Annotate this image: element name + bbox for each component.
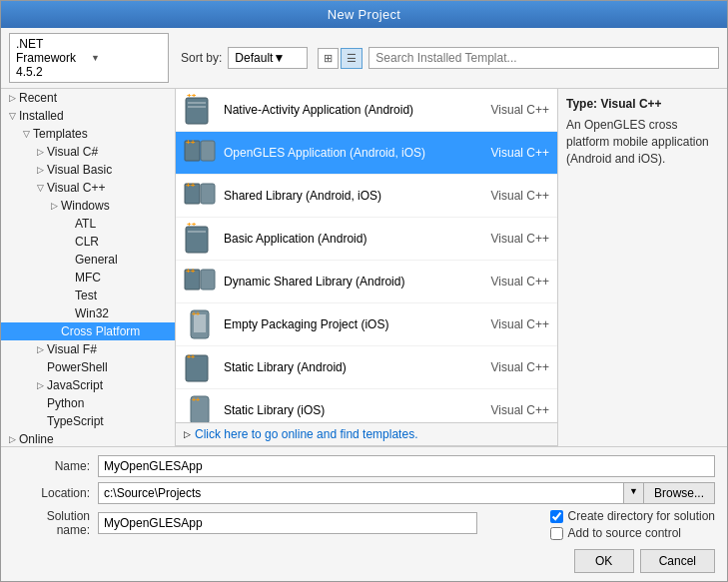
ok-button[interactable]: OK bbox=[574, 549, 634, 573]
add-source-checkbox[interactable] bbox=[550, 527, 563, 540]
tree-item-powershell[interactable]: PowerShell bbox=[1, 358, 175, 376]
framework-dropdown[interactable]: .NET Framework 4.5.2 ▼ bbox=[9, 33, 169, 83]
create-dir-row: Create directory for solution bbox=[550, 509, 715, 523]
tree-item-visual-csharp[interactable]: ▷ Visual C# bbox=[1, 143, 175, 161]
template-static-android[interactable]: ++ Static Library (Android) Visual C++ bbox=[176, 346, 557, 389]
tree-item-online[interactable]: ▷ Online bbox=[1, 430, 175, 446]
online-bar: ▷ Click here to go online and find templ… bbox=[176, 422, 557, 446]
tree-item-atl[interactable]: ATL bbox=[1, 215, 175, 233]
location-row: Location: ▼ Browse... bbox=[13, 482, 715, 504]
svg-rect-11 bbox=[188, 231, 206, 233]
basic-android-icon: ++ bbox=[184, 223, 216, 255]
new-project-dialog: New Project .NET Framework 4.5.2 ▼ Sort … bbox=[0, 0, 728, 582]
tree-item-typescript[interactable]: TypeScript bbox=[1, 412, 175, 430]
cancel-button[interactable]: Cancel bbox=[640, 549, 715, 573]
solution-name-input[interactable] bbox=[98, 512, 477, 534]
location-dropdown-arrow-icon[interactable]: ▼ bbox=[623, 482, 643, 504]
tree-item-mfc[interactable]: MFC bbox=[1, 269, 175, 287]
sort-dropdown[interactable]: Default ▼ bbox=[228, 47, 308, 69]
svg-rect-1 bbox=[188, 102, 206, 104]
online-templates-link[interactable]: Click here to go online and find templat… bbox=[195, 427, 417, 441]
svg-text:++: ++ bbox=[192, 396, 200, 403]
svg-text:++: ++ bbox=[186, 267, 196, 276]
templates-expander-icon: ▽ bbox=[19, 129, 33, 139]
create-dir-checkbox[interactable] bbox=[550, 510, 563, 523]
empty-ios-lang: Visual C++ bbox=[479, 317, 549, 331]
location-input[interactable] bbox=[98, 482, 623, 504]
vbasic-expander-icon: ▷ bbox=[33, 165, 47, 175]
list-view-button[interactable]: ☰ bbox=[341, 48, 363, 69]
template-basic-android[interactable]: ++ Basic Application (Android) Visual C+… bbox=[176, 218, 557, 261]
tree-item-recent[interactable]: ▷ Recent bbox=[1, 89, 175, 107]
dynamic-shared-lang: Visual C++ bbox=[479, 275, 549, 289]
name-form-label: Name: bbox=[13, 459, 98, 473]
svg-text:++: ++ bbox=[186, 181, 196, 190]
svg-rect-0 bbox=[186, 98, 208, 124]
name-row: Name: bbox=[13, 455, 715, 477]
location-input-group: ▼ Browse... bbox=[98, 482, 715, 504]
installed-expander-icon: ▽ bbox=[5, 111, 19, 121]
static-android-icon: ++ bbox=[184, 351, 216, 383]
opengles-name: OpenGLES Application (Android, iOS) bbox=[224, 146, 479, 160]
sort-arrow-icon: ▼ bbox=[273, 51, 301, 65]
python-label: Python bbox=[47, 396, 84, 410]
tree-item-clr[interactable]: CLR bbox=[1, 233, 175, 251]
template-shared-library[interactable]: ++ Shared Library (Android, iOS) Visual … bbox=[176, 175, 557, 218]
tree-item-visual-cpp[interactable]: ▽ Visual C++ bbox=[1, 179, 175, 197]
svg-text:++: ++ bbox=[187, 353, 195, 360]
vfsharp-label: Visual F# bbox=[47, 342, 97, 356]
toolbar: .NET Framework 4.5.2 ▼ Sort by: Default … bbox=[1, 28, 727, 89]
svg-text:++: ++ bbox=[187, 94, 197, 100]
buttons-row: OK Cancel bbox=[13, 549, 715, 573]
svg-text:++: ++ bbox=[187, 223, 197, 229]
dialog-title: New Project bbox=[328, 7, 400, 22]
template-opengles[interactable]: ++ OpenGLES Application (Android, iOS) V… bbox=[176, 132, 557, 175]
vfsharp-expander-icon: ▷ bbox=[33, 344, 47, 354]
tree-item-visual-basic[interactable]: ▷ Visual Basic bbox=[1, 161, 175, 179]
cross-platform-label: Cross Platform bbox=[61, 324, 140, 338]
solution-area: Solution name: Create directory for solu… bbox=[13, 509, 715, 543]
clr-label: CLR bbox=[75, 235, 99, 249]
native-activity-icon: ++ bbox=[184, 94, 216, 126]
create-dir-label: Create directory for solution bbox=[568, 509, 715, 523]
shared-library-lang: Visual C++ bbox=[479, 189, 549, 203]
recent-expander-icon: ▷ bbox=[5, 93, 19, 103]
svg-rect-8 bbox=[201, 184, 215, 204]
shared-library-name: Shared Library (Android, iOS) bbox=[224, 189, 479, 203]
template-empty-ios[interactable]: ++ Empty Packaging Project (iOS) Visual … bbox=[176, 303, 557, 346]
name-input[interactable] bbox=[98, 455, 715, 477]
empty-ios-name: Empty Packaging Project (iOS) bbox=[224, 317, 479, 331]
tree-item-templates[interactable]: ▽ Templates bbox=[1, 125, 175, 143]
templates-list: ++ Native-Activity Application (Android)… bbox=[176, 89, 557, 422]
grid-view-button[interactable]: ⊞ bbox=[318, 48, 339, 69]
template-static-ios[interactable]: ++ Static Library (iOS) Visual C++ bbox=[176, 389, 557, 422]
opengles-lang: Visual C++ bbox=[479, 146, 549, 160]
tree-item-javascript[interactable]: ▷ JavaScript bbox=[1, 376, 175, 394]
tree-item-general[interactable]: General bbox=[1, 251, 175, 269]
description: An OpenGLES cross platform mobile applic… bbox=[566, 117, 719, 167]
template-native-activity[interactable]: ++ Native-Activity Application (Android)… bbox=[176, 89, 557, 132]
search-input[interactable] bbox=[368, 47, 719, 69]
tree-item-windows[interactable]: ▷ Windows bbox=[1, 197, 175, 215]
solution-row: Solution name: bbox=[13, 509, 542, 537]
online-label: Online bbox=[19, 432, 54, 446]
tree-item-visual-fsharp[interactable]: ▷ Visual F# bbox=[1, 340, 175, 358]
tree-item-test[interactable]: Test bbox=[1, 287, 175, 304]
tree-item-python[interactable]: Python bbox=[1, 394, 175, 412]
svg-rect-2 bbox=[188, 106, 206, 108]
browse-button[interactable]: Browse... bbox=[643, 482, 715, 504]
template-dynamic-shared[interactable]: ++ Dynamic Shared Library (Android) Visu… bbox=[176, 261, 557, 303]
checkboxes-area: Create directory for solution Add to sou… bbox=[550, 509, 715, 543]
main-area: ▷ Recent ▽ Installed ▽ Templates ▷ Visua… bbox=[1, 89, 727, 446]
javascript-expander-icon: ▷ bbox=[33, 380, 47, 390]
solution-form-label: Solution name: bbox=[13, 509, 98, 537]
tree-item-cross-platform[interactable]: Cross Platform bbox=[1, 322, 175, 340]
bottom-form: Name: Location: ▼ Browse... Solution nam… bbox=[1, 446, 727, 581]
windows-label: Windows bbox=[61, 199, 110, 213]
tree-item-installed[interactable]: ▽ Installed bbox=[1, 107, 175, 125]
windows-expander-icon: ▷ bbox=[47, 201, 61, 211]
add-source-label: Add to source control bbox=[568, 526, 681, 540]
sort-value: Default bbox=[235, 51, 273, 65]
tree-item-win32[interactable]: Win32 bbox=[1, 304, 175, 322]
general-label: General bbox=[75, 253, 118, 267]
